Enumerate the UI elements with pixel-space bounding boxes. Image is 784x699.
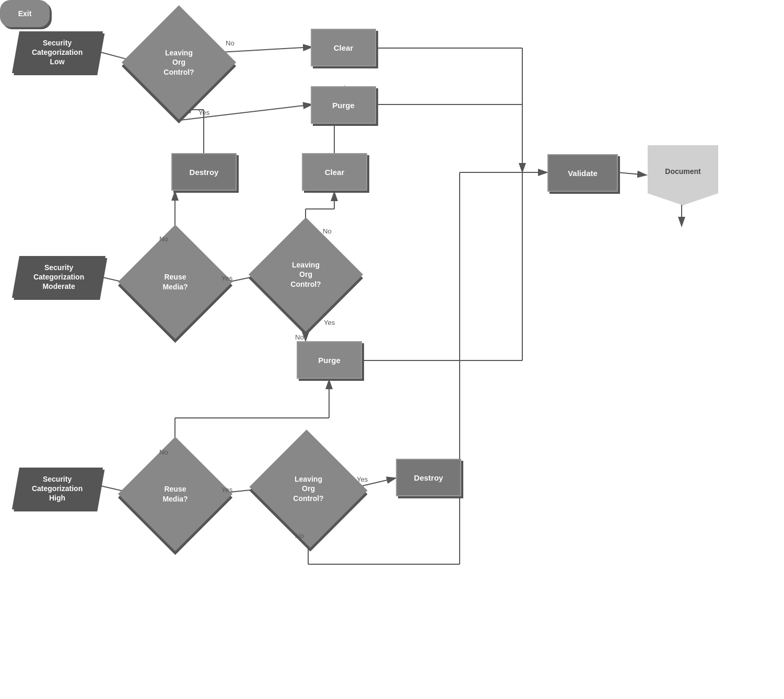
sec-cat-moderate: Security Categorization Moderate — [12, 256, 106, 298]
no-label-1: No — [226, 39, 235, 47]
no-label-4: No — [159, 448, 168, 456]
reuse-media-2: ReuseMedia? — [135, 453, 216, 534]
no-label-2: No — [159, 235, 168, 243]
purge-1: Purge — [311, 86, 376, 124]
validate: Validate — [547, 154, 618, 192]
purge-2: Purge — [297, 341, 362, 379]
reuse-media-1-label: ReuseMedia? — [162, 272, 188, 291]
no-label-5: No — [295, 532, 304, 540]
leaving-org-control-2: LeavingOrgControl? — [265, 234, 346, 315]
leaving-org-1-label: LeavingOrgControl? — [163, 48, 194, 77]
reuse-media-2-label: ReuseMedia? — [162, 484, 188, 503]
yes-label-4: Yes — [221, 486, 232, 494]
leaving-org-control-1: LeavingOrgControl? — [138, 22, 219, 103]
yes-label-5: Yes — [357, 475, 368, 483]
clear-1: Clear — [311, 29, 376, 66]
sec-cat-high: Security Categorization High — [12, 468, 103, 509]
purge-no-label: No — [295, 333, 304, 341]
leaving-org-3-label: LeavingOrgControl? — [293, 474, 323, 503]
clear-2: Clear — [302, 153, 367, 191]
svg-line-2 — [220, 47, 312, 52]
yes-label-1: Yes — [198, 109, 209, 116]
no-label-3: No — [323, 227, 332, 235]
yes-label-2: Yes — [221, 274, 232, 282]
sec-cat-low: Security Categorization Low — [12, 31, 103, 73]
yes-label-3: Yes — [324, 319, 335, 327]
flowchart: Security Categorization Low LeavingOrgCo… — [0, 0, 784, 699]
destroy-top: Destroy — [171, 153, 237, 191]
arrows-svg — [0, 0, 784, 699]
svg-line-8 — [617, 172, 647, 175]
exit: Exit — [0, 0, 50, 27]
destroy-bottom: Destroy — [396, 459, 461, 496]
document: Document — [648, 145, 718, 205]
reuse-media-1: ReuseMedia? — [135, 241, 216, 322]
leaving-org-control-3: LeavingOrgControl? — [265, 448, 352, 529]
leaving-org-2-label: LeavingOrgControl? — [290, 260, 321, 289]
